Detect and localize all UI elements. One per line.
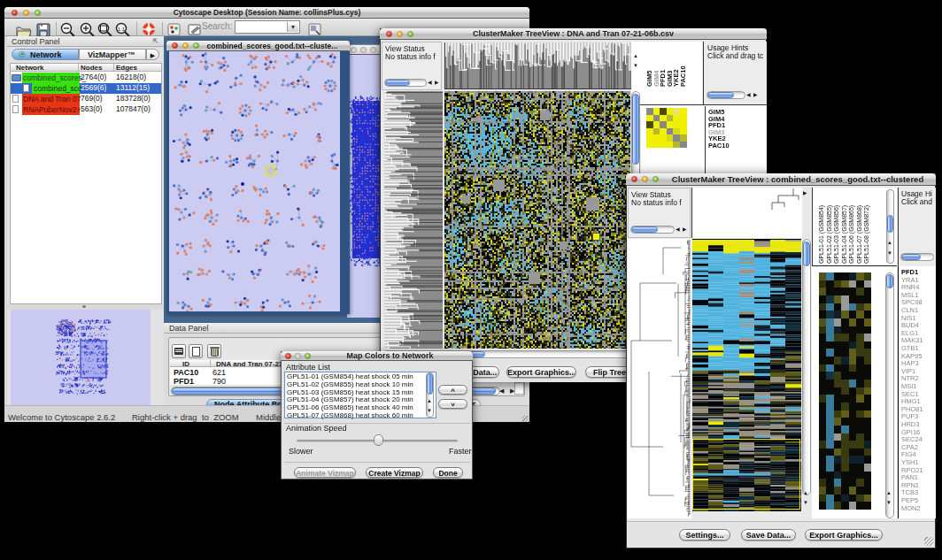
svg-text:1:1: 1:1 — [118, 27, 126, 32]
